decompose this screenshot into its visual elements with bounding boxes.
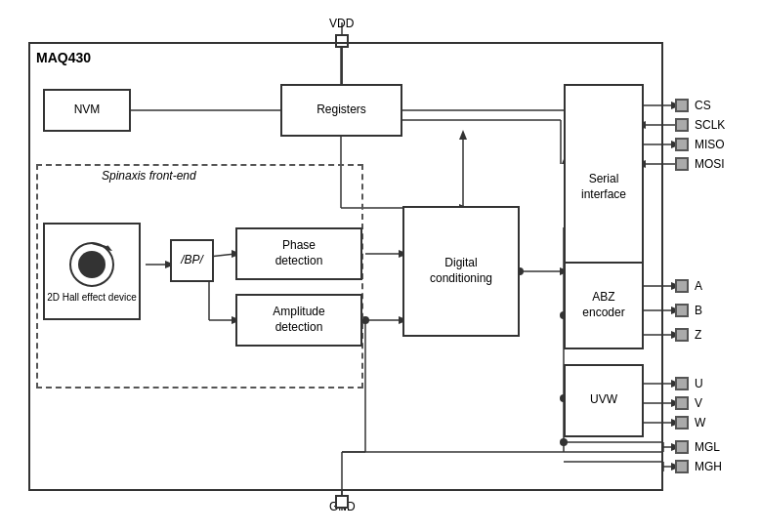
mgh-pin-label: MGH <box>695 460 722 473</box>
hall-device-icon <box>65 238 119 292</box>
a-pin-label: A <box>695 279 702 293</box>
hall-device-block: 2D Hall effect device <box>43 223 141 320</box>
mgl-pin-label: MGL <box>695 440 720 454</box>
v-pin-label: V <box>695 396 702 410</box>
u-pin-box <box>675 377 689 390</box>
vdd-label: VDD <box>329 17 354 30</box>
diagram-container: VDD GND MAQ430 NVM Registers Spinaxis fr… <box>19 13 741 520</box>
spinaxis-label: Spinaxis front-end <box>102 169 196 183</box>
mgh-pin-box <box>675 460 689 473</box>
z-pin-label: Z <box>695 328 701 342</box>
b-pin-box <box>675 304 689 317</box>
uvw-block: UVW <box>564 364 644 437</box>
miso-pin-label: MISO <box>695 138 725 151</box>
mosi-pin-box <box>675 157 689 171</box>
bp-filter-block: /BP/ <box>170 239 214 282</box>
digital-conditioning-block: Digital conditioning <box>402 206 520 337</box>
serial-interface-block: Serial interface <box>564 84 644 291</box>
z-pin-box <box>675 328 689 342</box>
miso-pin-box <box>675 138 689 151</box>
svg-marker-84 <box>106 245 112 251</box>
hall-device-label: 2D Hall effect device <box>47 292 137 304</box>
cs-pin-label: CS <box>695 99 711 112</box>
w-pin-box <box>675 416 689 430</box>
registers-block: Registers <box>280 84 402 137</box>
phase-detection-block: Phase detection <box>235 227 362 280</box>
cs-pin-box <box>675 99 689 112</box>
sclk-pin-box <box>675 118 689 132</box>
b-pin-label: B <box>695 304 702 317</box>
gnd-box <box>335 495 349 509</box>
amplitude-detection-block: Amplitude detection <box>235 294 362 347</box>
mosi-pin-label: MOSI <box>695 157 725 171</box>
nvm-block: NVM <box>43 89 131 132</box>
u-pin-label: U <box>695 377 703 390</box>
mgl-pin-box <box>675 440 689 454</box>
svg-point-82 <box>78 251 106 278</box>
w-pin-label: W <box>695 416 705 430</box>
v-pin-box <box>675 396 689 410</box>
a-pin-box <box>675 279 689 293</box>
sclk-pin-label: SCLK <box>695 118 725 132</box>
chip-label: MAQ430 <box>36 50 91 65</box>
abz-encoder-block: ABZ encoder <box>564 262 644 349</box>
